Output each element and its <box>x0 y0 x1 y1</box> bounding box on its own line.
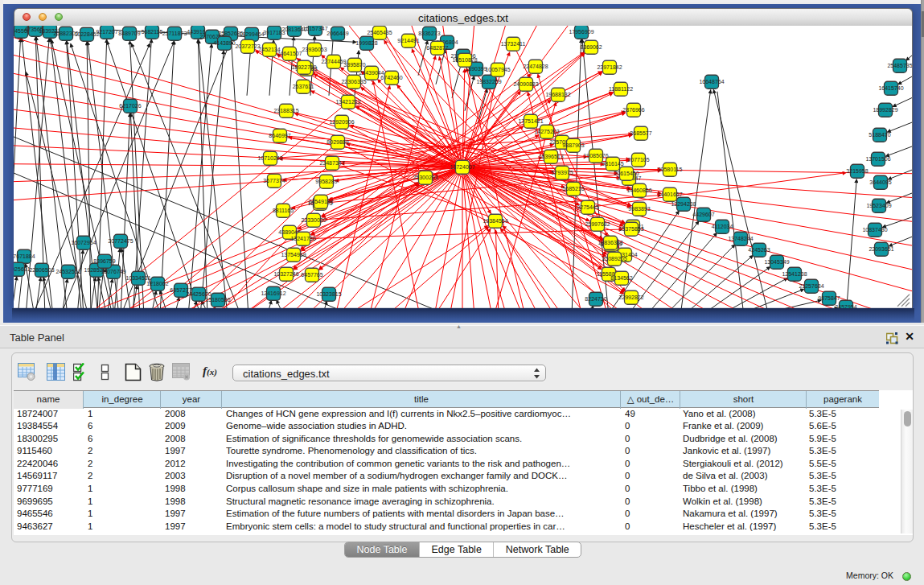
svg-text:19384554: 19384554 <box>483 218 507 224</box>
svg-text:2457954: 2457954 <box>835 304 856 308</box>
svg-text:13754919: 13754919 <box>281 252 306 257</box>
svg-text:6457765: 6457765 <box>301 272 322 278</box>
svg-text:7671884: 7671884 <box>14 253 35 259</box>
svg-text:9816145: 9816145 <box>602 161 623 167</box>
svg-text:18992829: 18992829 <box>873 107 897 113</box>
svg-text:15180586: 15180586 <box>205 297 230 303</box>
svg-text:10710248: 10710248 <box>257 155 282 161</box>
svg-text:16415740: 16415740 <box>878 85 903 91</box>
svg-text:8811165: 8811165 <box>273 208 294 213</box>
svg-text:6217026: 6217026 <box>119 103 141 109</box>
svg-text:24549181: 24549181 <box>308 199 333 204</box>
svg-text:18724007: 18724007 <box>450 164 474 170</box>
svg-text:8134562: 8134562 <box>610 275 632 281</box>
svg-text:23188315: 23188315 <box>273 108 298 113</box>
svg-text:22306335: 22306335 <box>341 79 366 84</box>
svg-text:12920906: 12920906 <box>329 119 354 125</box>
svg-text:25089205: 25089205 <box>602 256 626 262</box>
svg-text:4112034: 4112034 <box>712 224 733 229</box>
svg-text:14460856: 14460856 <box>626 187 651 193</box>
svg-text:4245263: 4245263 <box>748 247 770 253</box>
svg-text:22992872: 22992872 <box>618 295 643 300</box>
svg-text:25025631: 25025631 <box>14 266 31 272</box>
svg-text:10327246: 10327246 <box>273 271 298 277</box>
svg-text:19836388: 19836388 <box>598 240 622 245</box>
svg-text:2077105: 2077105 <box>627 157 649 163</box>
svg-text:8336273: 8336273 <box>418 31 440 36</box>
svg-text:13241736: 13241736 <box>290 236 315 241</box>
svg-text:5793975: 5793975 <box>551 170 573 175</box>
svg-text:20580115: 20580115 <box>658 167 683 172</box>
svg-text:15157347: 15157347 <box>302 26 327 31</box>
svg-text:9217207: 9217207 <box>96 29 117 35</box>
svg-text:24641507: 24641507 <box>277 51 302 56</box>
svg-text:24090883: 24090883 <box>513 81 538 87</box>
svg-text:17956909: 17956909 <box>569 29 593 35</box>
svg-text:6482877: 6482877 <box>426 45 448 51</box>
svg-text:8029889: 8029889 <box>326 139 348 145</box>
svg-text:25485735: 25485735 <box>887 63 912 68</box>
svg-text:3395870: 3395870 <box>343 62 365 68</box>
svg-text:9983893: 9983893 <box>628 206 650 212</box>
svg-text:9214491: 9214491 <box>397 38 419 43</box>
svg-text:23971842: 23971842 <box>597 64 622 70</box>
svg-text:20372723: 20372723 <box>235 43 260 49</box>
svg-text:13732411: 13732411 <box>501 41 526 47</box>
svg-text:9958289: 9958289 <box>315 179 337 184</box>
svg-text:13748244: 13748244 <box>728 236 753 241</box>
svg-text:8646997: 8646997 <box>269 133 290 138</box>
svg-text:10057945: 10057945 <box>485 67 510 72</box>
svg-text:22806503: 22806503 <box>29 267 54 273</box>
svg-text:25711873: 25711873 <box>162 31 187 36</box>
svg-text:10323815: 10323815 <box>316 291 341 297</box>
svg-text:2537611: 2537611 <box>293 84 314 89</box>
svg-text:13045349: 13045349 <box>764 259 789 265</box>
svg-text:4429607: 4429607 <box>692 212 714 217</box>
svg-text:19299464: 19299464 <box>239 31 264 37</box>
svg-text:15076749: 15076749 <box>101 269 125 274</box>
svg-text:3644095: 3644095 <box>869 179 891 185</box>
svg-text:19523409: 19523409 <box>866 203 891 208</box>
svg-text:1999828: 1999828 <box>355 40 377 46</box>
svg-text:3215958: 3215958 <box>846 168 868 174</box>
svg-text:2066449: 2066449 <box>326 31 348 36</box>
svg-text:8369062: 8369062 <box>580 44 602 50</box>
svg-text:25997682: 25997682 <box>585 221 610 227</box>
svg-text:19085076: 19085076 <box>583 153 608 159</box>
svg-text:1218062: 1218062 <box>146 281 168 286</box>
svg-text:4143890: 4143890 <box>213 40 235 46</box>
svg-text:3677374: 3677374 <box>263 178 285 183</box>
svg-text:20615450: 20615450 <box>614 171 639 176</box>
svg-text:13701506: 13701506 <box>865 156 890 162</box>
svg-text:9887903: 9887903 <box>562 142 584 148</box>
svg-text:16510878: 16510878 <box>452 57 477 63</box>
svg-text:5682115: 5682115 <box>142 29 163 35</box>
svg-text:8396759: 8396759 <box>93 258 115 264</box>
svg-text:14401657: 14401657 <box>657 192 682 197</box>
svg-text:10334531: 10334531 <box>125 275 150 281</box>
svg-text:25465435: 25465435 <box>367 30 392 35</box>
svg-text:19688132: 19688132 <box>545 92 570 97</box>
svg-text:19832259: 19832259 <box>476 79 501 84</box>
svg-text:12416912: 12416912 <box>261 290 285 296</box>
svg-text:5188470: 5188470 <box>869 132 890 138</box>
svg-text:22330030: 22330030 <box>301 217 326 223</box>
svg-text:17751421: 17751421 <box>518 118 543 124</box>
svg-text:8224730: 8224730 <box>585 296 606 302</box>
svg-text:13421212: 13421212 <box>335 99 360 105</box>
svg-text:6742460: 6742460 <box>380 75 402 80</box>
svg-text:16648764: 16648764 <box>699 79 724 84</box>
svg-text:20772475: 20772475 <box>108 238 133 244</box>
svg-text:5685216: 5685216 <box>562 186 584 192</box>
svg-text:8489709: 8489709 <box>118 31 140 36</box>
svg-text:23487347: 23487347 <box>319 160 344 166</box>
svg-text:9875847: 9875847 <box>818 295 840 301</box>
svg-text:14275203: 14275203 <box>534 129 559 134</box>
svg-text:22093651: 22093651 <box>869 246 893 252</box>
svg-text:24425670: 24425670 <box>186 291 211 297</box>
svg-text:24532561: 24532561 <box>55 269 80 274</box>
svg-text:18922760: 18922760 <box>291 64 316 70</box>
svg-text:15375853: 15375853 <box>618 226 643 232</box>
svg-text:12541238: 12541238 <box>782 271 807 277</box>
svg-text:12294238: 12294238 <box>671 201 696 207</box>
